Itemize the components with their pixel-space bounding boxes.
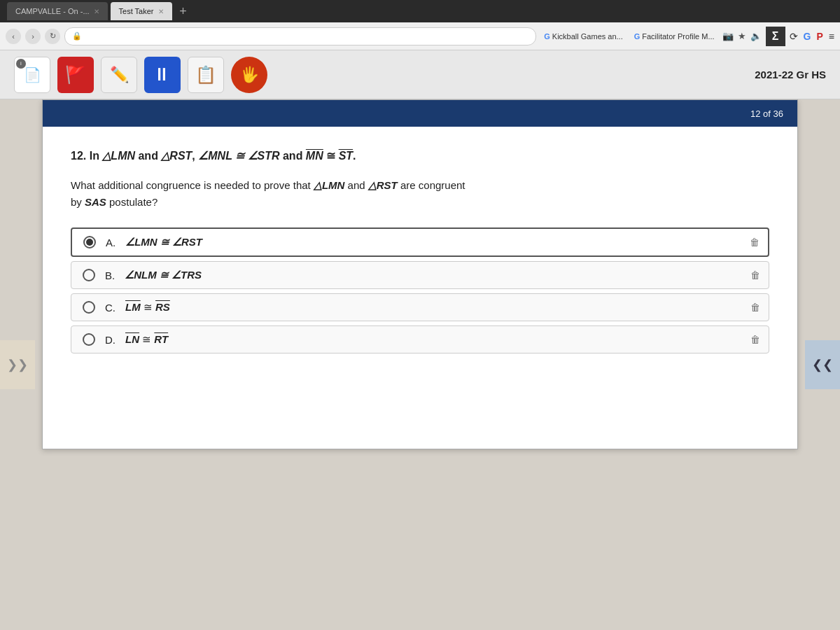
extensions-icon[interactable]: ≡ <box>829 31 834 42</box>
address-input[interactable]: 🔒 <box>64 27 536 46</box>
tab-campvalle[interactable]: CAMPVALLE - On -... ✕ <box>7 2 108 20</box>
next-question-button[interactable]: ❮❮ <box>805 340 840 389</box>
sigma-button[interactable]: Σ <box>766 27 785 46</box>
option-a[interactable]: A. ∠LMN ≅ ∠RST 🗑 <box>71 227 769 257</box>
question-body: 12. In △LMN and △RST, ∠MNL ≅ ∠STR and MN… <box>43 127 797 379</box>
doc-tool-button[interactable]: i 📄 <box>14 57 50 93</box>
question-header: 12 of 36 <box>43 100 797 127</box>
star-icon[interactable]: ★ <box>738 31 746 41</box>
tab-test-taker-label: Test Taker <box>119 7 154 15</box>
question-panel: 12 of 36 12. In △LMN and △RST, ∠MNL ≅ ∠S… <box>42 99 798 449</box>
question-text: What additional congruence is needed to … <box>71 177 769 211</box>
new-tab-button[interactable]: + <box>175 3 192 20</box>
delete-a-icon[interactable]: 🗑 <box>750 237 760 248</box>
bookmark-facilitator[interactable]: G Facilitator Profile M... <box>631 31 718 42</box>
google-icon[interactable]: G <box>804 31 811 42</box>
radio-b <box>83 269 95 281</box>
question-stem: 12. In △LMN and △RST, ∠MNL ≅ ∠STR and MN… <box>71 148 769 164</box>
flag-tool-button[interactable]: 🚩 <box>57 57 94 93</box>
radio-d <box>83 333 95 346</box>
option-b-text: ∠NLM ≅ ∠TRS <box>125 269 202 281</box>
progress-indicator: 12 of 36 <box>750 108 783 119</box>
delete-d-icon[interactable]: 🗑 <box>750 334 760 345</box>
option-d[interactable]: D. LN ≅ RT 🗑 <box>71 326 769 354</box>
forward-button[interactable]: › <box>25 29 41 44</box>
delete-c-icon[interactable]: 🗑 <box>750 302 760 313</box>
refresh-button[interactable]: ↻ <box>45 29 60 44</box>
profile-icon[interactable]: P <box>816 31 822 42</box>
tab-campvalle-label: CAMPVALLE - On -... <box>15 7 90 15</box>
prev-question-button[interactable]: ❯❯ <box>0 340 35 389</box>
top-right-icons: ⟳ G P ≡ <box>790 31 834 42</box>
menu-icon[interactable]: ⟳ <box>790 31 798 42</box>
option-d-label: D. <box>105 334 115 346</box>
toolbar: i 📄 🚩 ✏️ ⏸ 📋 🖐 2021-22 Gr HS <box>0 50 840 99</box>
bookmark-facilitator-label: Facilitator Profile M... <box>642 32 714 41</box>
option-d-text: LN ≅ RT <box>125 333 168 346</box>
option-b[interactable]: B. ∠NLM ≅ ∠TRS 🗑 <box>71 261 769 289</box>
option-a-text: ∠LMN ≅ ∠RST <box>125 236 202 248</box>
radio-a <box>83 236 96 248</box>
bookmark-kickball[interactable]: G Kickball Games an... <box>540 31 626 42</box>
delete-b-icon[interactable]: 🗑 <box>750 270 760 281</box>
volume-icon[interactable]: 🔈 <box>750 31 762 41</box>
option-b-label: B. <box>105 270 115 281</box>
tab-bar: CAMPVALLE - On -... ✕ Test Taker ✕ + <box>0 0 840 22</box>
tab-test-taker-close[interactable]: ✕ <box>158 8 164 15</box>
option-a-label: A. <box>106 237 115 248</box>
photo-icon[interactable]: 📷 <box>722 31 734 41</box>
radio-c <box>83 301 95 314</box>
tab-test-taker[interactable]: Test Taker ✕ <box>111 2 172 20</box>
question-number: 12. <box>71 150 86 162</box>
notepad-tool-button[interactable]: 📋 <box>188 57 224 93</box>
option-c-label: C. <box>105 302 115 314</box>
stop-tool-button[interactable]: 🖐 <box>231 57 267 93</box>
address-bar: ‹ › ↻ 🔒 G Kickball Games an... G Facilit… <box>0 22 840 50</box>
option-c-text: LM ≅ RS <box>125 301 170 314</box>
toolbar-right: 2021-22 Gr HS <box>755 69 826 80</box>
main-content: ❯❯ 12 of 36 12. In △LMN and △RST, ∠MNL ≅… <box>0 99 840 630</box>
year-label: 2021-22 Gr HS <box>755 69 826 80</box>
pause-tool-button[interactable]: ⏸ <box>144 57 181 93</box>
back-button[interactable]: ‹ <box>6 29 21 44</box>
toolbar-icons: i 📄 🚩 ✏️ ⏸ 📋 🖐 <box>14 57 267 93</box>
tab-campvalle-close[interactable]: ✕ <box>94 8 99 15</box>
bookmark-kickball-label: Kickball Games an... <box>552 32 623 41</box>
pencil-tool-button[interactable]: ✏️ <box>101 57 137 93</box>
info-badge: i <box>16 59 26 69</box>
option-c[interactable]: C. LM ≅ RS 🗑 <box>71 293 769 321</box>
